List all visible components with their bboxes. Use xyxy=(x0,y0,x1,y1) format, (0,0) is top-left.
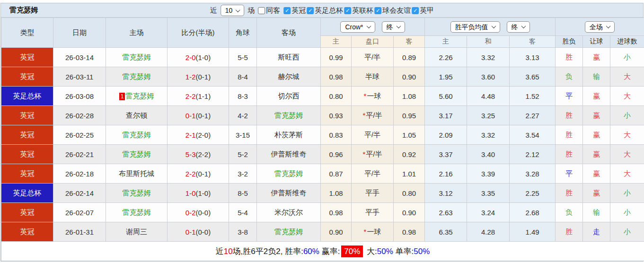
avg-draw-cell: 3.35 xyxy=(467,184,510,203)
table-row: 英冠26-03-14雷克瑟姆2-0(1-0)5-5斯旺西0.99平/半0.892… xyxy=(1,48,644,67)
result-cell: 胜 xyxy=(556,222,583,242)
goals-result-cell: 大 xyxy=(610,87,644,106)
odds-source-select[interactable]: Crow* xyxy=(340,21,375,33)
result-cell: 胜 xyxy=(556,106,583,125)
avg-draw-cell: 3.25 xyxy=(467,106,510,125)
chevron-down-icon xyxy=(396,24,401,28)
away-odds-cell: 1.08 xyxy=(394,87,425,106)
league-checkbox[interactable]: ✓英足总杯 xyxy=(307,6,343,15)
same-away-label: 同客 xyxy=(266,6,280,15)
score-cell: 2-1(2-0) xyxy=(168,125,229,145)
league-checkbox[interactable]: ✓英甲 xyxy=(412,6,434,15)
corners-cell: 5-2 xyxy=(229,145,257,164)
chevron-down-icon xyxy=(366,24,371,28)
league-checkbox[interactable]: ✓球会友谊 xyxy=(374,6,411,15)
league-label: 英冠 xyxy=(291,6,306,15)
home-team-cell: 雷克瑟姆 xyxy=(106,184,168,203)
date-cell: 26-03-11 xyxy=(53,67,106,87)
handicap-result-cell: 赢 xyxy=(583,106,610,125)
fulltime-score: 5-3 xyxy=(185,150,196,158)
avg-draw-cell: 3.32 xyxy=(467,48,510,67)
fulltime-score: 2-2 xyxy=(185,170,196,178)
away-team-name: 米尔沃尔 xyxy=(274,208,303,216)
halftime-score: (0-0) xyxy=(196,228,211,236)
fulltime-score: 0-2 xyxy=(185,209,196,217)
odds-source-value: Crow* xyxy=(345,23,363,31)
star-marker: * xyxy=(362,111,365,119)
summary-segment: 单率: xyxy=(393,247,414,256)
table-row: 英冠26-02-21雷克瑟姆5-3(2-2)5-2伊普斯维奇0.96*平/半0.… xyxy=(1,145,644,164)
date-cell: 26-02-28 xyxy=(53,106,106,125)
halftime-score: (0-0) xyxy=(196,209,211,217)
checkbox-checked-icon: ✓ xyxy=(412,7,419,14)
avg-draw-cell: 3.39 xyxy=(467,164,510,184)
avg-time-select[interactable]: 终 xyxy=(507,21,530,33)
summary-footer: 近10场,胜6平2负2, 胜率:60% 赢率:70% 大:50% 单率:50% xyxy=(1,242,644,261)
goals-result-cell: 大 xyxy=(610,164,644,184)
home-team-name: 布里斯托城 xyxy=(119,169,154,177)
corners-cell: 8-5 xyxy=(229,184,257,203)
type-cell: 英足总杯 xyxy=(1,87,53,106)
away-odds-cell: 1.05 xyxy=(394,125,425,145)
star-marker: * xyxy=(364,92,367,100)
away-team-cell: 切尔西 xyxy=(257,87,321,106)
result-cell: 平 xyxy=(556,87,583,106)
top-bar: 雷克瑟姆 近 10 场 同客 ✓英冠✓英足总杯✓英联杯✓球会友谊✓英甲 xyxy=(1,3,643,18)
handicap-cell: *一球 xyxy=(352,222,394,242)
home-team-cell: 雷克瑟姆 xyxy=(106,203,168,222)
chevron-down-icon xyxy=(491,24,496,28)
team-title: 雷克瑟姆 xyxy=(1,6,38,15)
subheader-result: 胜负 xyxy=(556,36,583,48)
summary-segment: 60% xyxy=(303,247,319,256)
away-odds-cell: 0.89 xyxy=(394,48,425,67)
col-header-type: 类型 xyxy=(1,18,53,48)
score-cell: 2-0(1-0) xyxy=(168,48,229,67)
league-label: 球会友谊 xyxy=(382,6,411,15)
avg-home-cell: 1.95 xyxy=(425,67,467,87)
away-team-cell: 雷克瑟姆 xyxy=(257,164,321,184)
league-checkbox[interactable]: ✓英冠 xyxy=(283,6,306,15)
away-team-cell: 斯旺西 xyxy=(257,48,321,67)
league-checkbox[interactable]: ✓英联杯 xyxy=(344,6,373,15)
same-away-checkbox[interactable]: 同客 xyxy=(258,6,280,15)
home-team-name: 雷克瑟姆 xyxy=(123,131,151,139)
away-team-name: 朴茨茅斯 xyxy=(274,131,303,139)
home-team-name: 雷克瑟姆 xyxy=(123,189,151,197)
result-cell: 胜 xyxy=(556,145,583,164)
fulltime-score: 0-1 xyxy=(185,228,196,236)
home-odds-cell: 0.93 xyxy=(321,106,352,125)
checkbox-checked-icon: ✓ xyxy=(344,7,351,14)
halftime-score: (1-1) xyxy=(196,92,211,100)
col-header-home: 主场 xyxy=(106,18,168,48)
score-cell: 5-3(2-2) xyxy=(168,145,229,164)
home-team-cell: 雷克瑟姆 xyxy=(106,48,168,67)
home-odds-cell: 0.96 xyxy=(321,145,352,164)
fulltime-score: 2-0 xyxy=(185,53,196,61)
type-cell: 英冠 xyxy=(1,203,53,222)
avg-source-select[interactable]: 胜平负均值 xyxy=(450,21,500,33)
corners-cell: 3-8 xyxy=(229,222,257,242)
handicap-cell: 平手 xyxy=(352,203,394,222)
goals-result-cell: 大 xyxy=(610,125,644,145)
date-cell: 26-03-14 xyxy=(53,48,106,67)
avg-draw-cell: 4.48 xyxy=(467,87,510,106)
avg-home-cell: 2.16 xyxy=(425,164,467,184)
rank-badge: 1 xyxy=(119,93,125,100)
odds-time-select[interactable]: 终 xyxy=(382,21,405,33)
date-cell: 26-02-25 xyxy=(53,125,106,145)
avg-source-value: 胜平负均值 xyxy=(455,23,488,31)
goals-result-cell: 小 xyxy=(610,222,644,242)
near-count-select[interactable]: 10 xyxy=(221,5,245,16)
away-team-cell: 伊普斯维奇 xyxy=(257,184,321,203)
halftime-score: (2-2) xyxy=(196,150,211,158)
halftime-score: (0-1) xyxy=(196,73,211,81)
summary-segment: 50% xyxy=(377,247,393,256)
scope-select[interactable]: 全场 xyxy=(585,21,615,33)
subheader-avg-home: 主 xyxy=(425,36,467,48)
chevron-down-icon xyxy=(521,24,526,28)
away-odds-cell: 0.95 xyxy=(394,106,425,125)
goals-result-cell: 小 xyxy=(610,106,644,125)
handicap-cell: 半球 xyxy=(352,67,394,87)
home-team-cell: 谢周三 xyxy=(106,222,168,242)
score-cell: 2-2(1-1) xyxy=(168,87,229,106)
